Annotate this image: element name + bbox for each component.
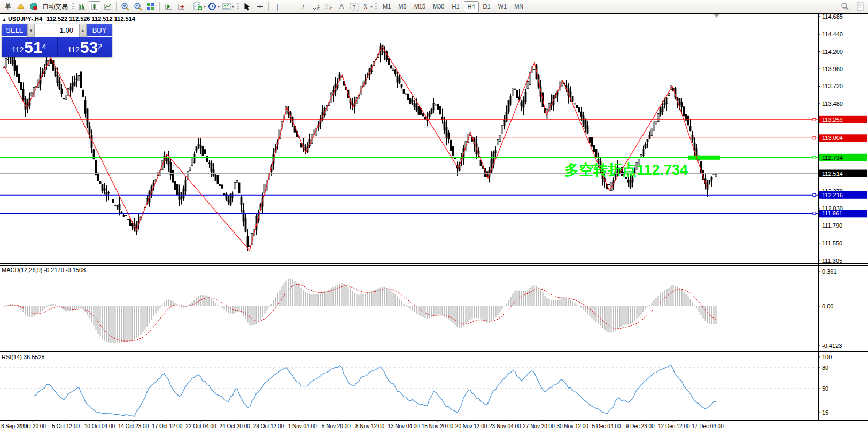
crosshair-icon[interactable] [254,1,266,12]
tab-m5[interactable]: M5 [395,1,409,12]
svg-text:100: 100 [822,354,832,360]
buy-price-point: 2 [98,37,102,56]
separator [268,2,269,11]
indicators-icon[interactable]: ▾ [193,1,206,12]
svg-text:9 Dec 23:00: 9 Dec 23:00 [626,423,655,429]
search-icon[interactable] [839,1,851,12]
horizontal-level-lines[interactable]: 113.259113.004112.734112.514112.216111.9… [0,116,867,217]
buy-price-pips: 53 [80,40,98,56]
fibonacci-tool[interactable]: F [323,1,335,12]
svg-text:114.200: 114.200 [822,49,843,55]
volume-input[interactable]: 1.00 [35,24,79,37]
chart-canvas[interactable]: 114.685114.440114.200113.960113.720113.4… [0,0,868,434]
buy-button[interactable]: BUY [87,24,112,37]
rsi-line [34,365,716,416]
svg-text:17 Dec 04:00: 17 Dec 04:00 [692,423,724,429]
svg-text:8 Nov 12:00: 8 Nov 12:00 [355,423,384,429]
tab-h4[interactable]: H4 [464,1,479,12]
text-tool[interactable]: A [336,1,347,12]
new-order-button[interactable]: 单 [2,1,14,12]
svg-text:E: E [317,7,320,11]
svg-text:12 Dec 12:00: 12 Dec 12:00 [658,423,690,429]
toolbar-grip [72,2,74,11]
svg-text:20 Nov 12:00: 20 Nov 12:00 [455,423,487,429]
tab-h1[interactable]: H1 [448,1,462,12]
svg-text:13 Nov 04:00: 13 Nov 04:00 [387,423,420,429]
arrows-tool[interactable]: ▾ [361,1,373,12]
cursor-icon[interactable] [241,1,253,12]
time-axis[interactable]: 8 Sep 20182 Oct 20:005 Oct 12:0010 Oct 0… [1,420,724,429]
chart-shift-icon[interactable] [175,1,187,12]
macd-indicator-label: MACD(12,26,9) -0.2170 -0.1508 [2,267,86,273]
svg-text:113.960: 113.960 [822,66,843,72]
svg-text:111.961: 111.961 [822,210,842,216]
tab-w1[interactable]: W1 [495,1,510,12]
sell-price[interactable]: 112 51 4 [2,37,58,57]
toolbar-grip [237,2,239,11]
tab-m1[interactable]: M1 [379,1,394,12]
ohlc-values: 112.522 112.526 112.512 112.514 [46,15,135,22]
zoom-in-icon[interactable] [119,1,131,12]
periods-icon[interactable]: ▾ [207,1,220,12]
svg-text:-0.4123: -0.4123 [822,343,842,349]
horizontal-line-tool[interactable]: — [284,1,296,12]
svg-text:112.514: 112.514 [822,170,843,177]
one-click-trading-panel: SELL ▼ 1.00 ▲ BUY 112 51 4 112 53 2 [2,24,112,57]
tab-m30[interactable]: M30 [430,1,447,12]
rsi-indicator-label: RSI(14) 36.5528 [2,354,45,360]
svg-text:113.720: 113.720 [822,83,843,89]
svg-text:T: T [353,4,356,10]
symbol-period-label: USDJPY-,H4 [8,15,42,22]
buy-price[interactable]: 112 53 2 [58,37,113,57]
toolbar: 单 自动交易 [0,0,868,13]
sell-price-point: 4 [42,37,46,56]
templates-icon[interactable]: ▾ [221,1,235,12]
new-order-icon[interactable] [15,1,27,12]
separator [159,2,160,11]
svg-text:5 Oct 12:00: 5 Oct 12:00 [52,423,80,429]
svg-text:10 Oct 04:00: 10 Oct 04:00 [84,423,115,429]
svg-text:80: 80 [822,365,828,371]
svg-text:111.790: 111.790 [822,222,842,229]
svg-text:113.259: 113.259 [822,117,843,123]
svg-text:111.305: 111.305 [822,258,842,264]
tab-m15[interactable]: M15 [411,1,429,12]
zigzag-line[interactable] [4,46,707,250]
tab-mn[interactable]: MN [511,1,526,12]
text-label-tool[interactable]: T [348,1,360,12]
svg-text:111.550: 111.550 [822,240,842,246]
line-chart-icon[interactable] [102,1,113,12]
svg-text:114.440: 114.440 [822,31,843,37]
svg-text:15: 15 [822,409,828,416]
auto-scroll-icon[interactable] [162,1,174,12]
tile-windows-icon[interactable] [145,1,157,12]
candlestick-chart-icon[interactable] [89,1,100,12]
chart-title: ▲USDJPY-,H4112.522 112.526 112.512 112.5… [2,15,135,22]
svg-text:22 Oct 04:00: 22 Oct 04:00 [185,423,216,429]
separator [190,2,190,11]
trendline-tool[interactable]: / [297,1,309,12]
chevron-down-icon: ▾ [218,4,220,9]
svg-text:30 Nov 12:00: 30 Nov 12:00 [556,423,588,429]
svg-text:F: F [330,7,332,11]
zoom-out-icon[interactable] [132,1,144,12]
sell-button[interactable]: SELL [2,24,27,37]
svg-text:29 Oct 12:00: 29 Oct 12:00 [253,423,284,429]
autotrading-icon[interactable] [28,1,40,12]
svg-text:14 Oct 23:00: 14 Oct 23:00 [118,423,149,429]
volume-decrease-button[interactable]: ▼ [27,24,35,37]
vertical-line-tool[interactable]: | [272,1,283,12]
equidistant-channel-tool[interactable]: E [310,1,322,12]
chart-shift-marker[interactable] [714,14,719,18]
tab-d1[interactable]: D1 [480,1,494,12]
expand-marker-icon[interactable]: ▲ [2,17,6,22]
mt4-window: 单 自动交易 [0,0,868,434]
volume-increase-button[interactable]: ▲ [79,24,87,37]
sell-price-big-figure: 112 [12,44,24,56]
autotrading-label[interactable]: 自动交易 [41,2,69,11]
buy-price-big-figure: 112 [68,44,80,56]
svg-text:114.685: 114.685 [822,13,843,20]
help-page-icon[interactable] [854,1,866,12]
svg-text:17 Oct 12:00: 17 Oct 12:00 [152,423,183,429]
bar-chart-icon[interactable] [76,1,88,12]
